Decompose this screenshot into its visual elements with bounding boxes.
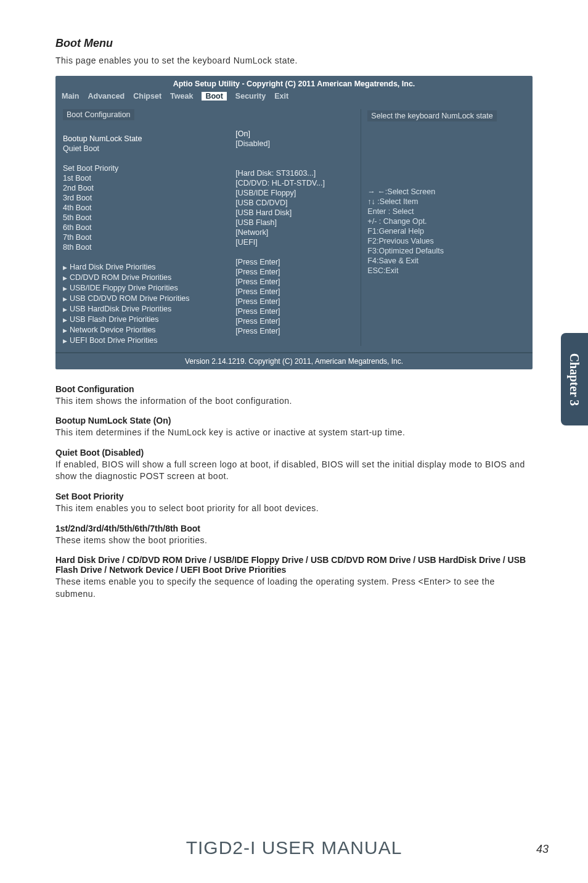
bios-value: [Press Enter]: [235, 326, 361, 336]
bios-tab-chipset[interactable]: Chipset: [133, 92, 161, 101]
bios-value: [USB/IDE Floppy]: [235, 188, 361, 198]
page-number: 43: [536, 843, 549, 856]
bios-value: [235, 247, 361, 257]
boot-order-item[interactable]: 5th Boot: [63, 213, 235, 223]
bios-value: [Network]: [235, 228, 361, 237]
chapter-tab: Chapter 3: [561, 333, 588, 425]
section-title: Boot Menu: [55, 37, 533, 50]
bios-value: [USB CD/DVD]: [235, 198, 361, 208]
bios-value: [Press Enter]: [235, 287, 361, 297]
boot-order-item[interactable]: 1st Boot: [63, 173, 235, 183]
bios-submenu[interactable]: USB Flash Drive Priorities: [63, 314, 235, 325]
bios-value: [235, 109, 361, 119]
manual-title: TIGD2-I USER MANUAL: [0, 837, 588, 858]
help-key: ↑↓ :Select Item: [367, 197, 526, 207]
bios-title: Aptio Setup Utility - Copyright (C) 2011…: [55, 76, 533, 89]
help-text: Select the keyboard NumLock state: [367, 110, 496, 121]
desc-heading: 1st/2nd/3rd/4th/5th/6th/7th/8th Boot: [55, 524, 533, 533]
desc-paragraph: If enabled, BIOS will show a full screen…: [55, 459, 533, 483]
desc-paragraph: This item determines if the NumLock key …: [55, 427, 533, 439]
bios-value: [USB Hard Disk]: [235, 208, 361, 218]
boot-order-item[interactable]: 6th Boot: [63, 223, 235, 232]
help-key: F2:Previous Values: [367, 236, 526, 246]
help-key: F1:General Help: [367, 226, 526, 236]
desc-paragraph: These items show the boot priorities.: [55, 535, 533, 547]
bios-tab-security[interactable]: Security: [235, 92, 266, 101]
bios-tab-exit[interactable]: Exit: [274, 92, 288, 101]
bios-submenu[interactable]: USB/IDE Floppy Drive Priorities: [63, 283, 235, 294]
boot-order-item[interactable]: 7th Boot: [63, 232, 235, 242]
bios-value: [Press Enter]: [235, 257, 361, 267]
desc-heading: Hard Disk Drive / CD/DVD ROM Drive / USB…: [55, 555, 533, 575]
desc-heading: Bootup NumLock State (On): [55, 416, 533, 425]
help-key: → ←:Select Screen: [367, 187, 526, 197]
bios-value: [Press Enter]: [235, 306, 361, 316]
help-key: +/- : Change Opt.: [367, 216, 526, 226]
bios-value: [Press Enter]: [235, 267, 361, 277]
bios-value: [On]: [235, 129, 361, 139]
boot-order-item[interactable]: 2nd Boot: [63, 183, 235, 193]
bios-submenu[interactable]: Network Device Priorities: [63, 325, 235, 335]
boot-config-heading: Boot Configuration: [63, 109, 235, 124]
help-key: F4:Save & Exit: [367, 256, 526, 266]
bios-value: [Press Enter]: [235, 316, 361, 326]
bios-value: [235, 158, 361, 168]
bios-value: [UEFI]: [235, 237, 361, 247]
help-key: Enter : Select: [367, 207, 526, 216]
intro-text: This page enables you to set the keyboar…: [55, 55, 533, 67]
bios-value: [Hard Disk: ST31603...]: [235, 168, 361, 178]
bios-item[interactable]: Quiet Boot: [63, 144, 235, 154]
bios-tab-main[interactable]: Main: [62, 92, 79, 101]
boot-order-item[interactable]: 3rd Boot: [63, 193, 235, 203]
bios-value: [Disabled]: [235, 139, 361, 149]
bios-tabs[interactable]: MainAdvancedChipsetTweakBootSecurityExit: [55, 89, 533, 103]
desc-heading: Boot Configuration: [55, 384, 533, 394]
bios-value: [CD/DVD: HL-DT-STDV...]: [235, 178, 361, 188]
bios-label: [63, 154, 235, 163]
bios-tab-advanced[interactable]: Advanced: [88, 92, 125, 101]
bios-item[interactable]: Bootup NumLock State: [63, 134, 235, 144]
bios-submenu[interactable]: Hard Disk Drive Priorities: [63, 262, 235, 273]
desc-paragraph: This item shows the information of the b…: [55, 395, 533, 408]
bios-label: [63, 124, 235, 134]
bios-tab-tweak[interactable]: Tweak: [170, 92, 193, 101]
bios-value: [Press Enter]: [235, 277, 361, 287]
bios-value: [USB Flash]: [235, 218, 361, 228]
help-key: F3:Optimized Defaults: [367, 246, 526, 256]
desc-heading: Quiet Boot (Disabled): [55, 448, 533, 458]
help-key: ESC:Exit: [367, 266, 526, 276]
chapter-label: Chapter 3: [568, 353, 582, 406]
bios-footer: Version 2.14.1219. Copyright (C) 2011, A…: [55, 352, 533, 369]
bios-submenu[interactable]: USB HardDisk Drive Priorities: [63, 304, 235, 314]
bios-label: [63, 252, 235, 262]
bios-submenu[interactable]: CD/DVD ROM Drive Priorities: [63, 273, 235, 283]
desc-heading: Set Boot Priority: [55, 491, 533, 501]
desc-paragraph: These items enable you to specify the se…: [55, 576, 533, 600]
boot-order-item[interactable]: 4th Boot: [63, 203, 235, 213]
set-boot-priority: Set Boot Priority: [63, 163, 235, 173]
bios-value: [235, 119, 361, 129]
bios-tab-boot[interactable]: Boot: [202, 92, 226, 101]
bios-panel: Aptio Setup Utility - Copyright (C) 2011…: [55, 76, 533, 369]
bios-submenu[interactable]: UEFI Boot Drive Priorities: [63, 335, 235, 346]
bios-value: [Press Enter]: [235, 297, 361, 306]
bios-submenu[interactable]: USB CD/DVD ROM Drive Priorities: [63, 294, 235, 304]
desc-paragraph: This item enables you to select boot pri…: [55, 503, 533, 515]
boot-order-item[interactable]: 8th Boot: [63, 242, 235, 252]
bios-value: [235, 149, 361, 158]
